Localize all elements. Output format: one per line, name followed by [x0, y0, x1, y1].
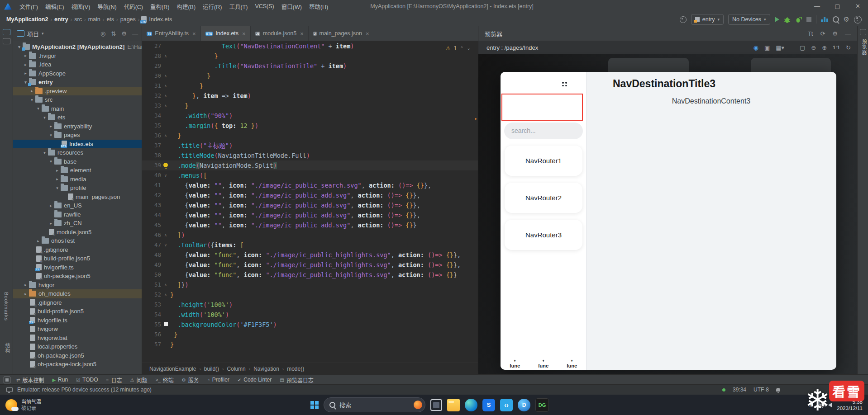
commit-tool-icon[interactable]	[3, 38, 10, 44]
start-button[interactable]	[310, 401, 319, 409]
tree-item[interactable]: hvigorw	[13, 325, 142, 334]
line-number[interactable]: 28	[142, 51, 161, 61]
tree-item[interactable]: ▸AppScope	[13, 69, 142, 78]
chevron-collapsed-icon[interactable]: ▸	[22, 62, 29, 67]
bulb-icon[interactable]	[163, 163, 168, 167]
debug-button[interactable]	[784, 16, 791, 23]
toolwindow-终端[interactable]: >_终端	[151, 375, 177, 385]
chevron-collapsed-icon[interactable]: ▸	[22, 292, 29, 296]
chevron-collapsed-icon[interactable]: ▸	[29, 89, 35, 93]
project-tool-icon[interactable]	[3, 29, 10, 35]
datagrip-app-icon[interactable]: DG	[535, 398, 549, 412]
breadcrumb-item[interactable]: MyApplication2	[5, 16, 49, 23]
tree-item[interactable]: ▸oh_modules	[13, 289, 142, 298]
panel-settings-icon[interactable]: ⚙	[121, 30, 127, 37]
tree-item[interactable]: ▸ohosTest	[13, 236, 142, 245]
chevron-collapsed-icon[interactable]: ▸	[22, 71, 29, 75]
menu-item[interactable]: 构建(B)	[173, 0, 199, 13]
inspector-icon[interactable]: ◉	[754, 44, 758, 51]
zoom-out-icon[interactable]: ⊖	[811, 44, 816, 51]
menu-item[interactable]: 文件(F)	[16, 0, 42, 13]
chevron-down-icon[interactable]: ▾	[42, 31, 44, 36]
breadcrumb-item[interactable]: ets	[105, 16, 115, 23]
menu-item[interactable]: 窗口(W)	[278, 0, 305, 13]
menu-item[interactable]: 代码(C)	[120, 0, 147, 13]
menu-item[interactable]: 工具(T)	[225, 0, 251, 13]
breadcrumb-item[interactable]: entry	[53, 16, 69, 23]
editor-breadcrumb-item[interactable]: Navigation	[253, 366, 279, 372]
line-number[interactable]: 40	[142, 170, 161, 180]
line-number[interactable]: 55	[142, 320, 161, 330]
line-number[interactable]: 31	[142, 81, 161, 91]
chevron-collapsed-icon[interactable]: ▸	[35, 239, 42, 243]
line-number[interactable]: 46	[142, 230, 161, 240]
tree-item[interactable]: ▸.idea	[13, 60, 142, 69]
close-icon[interactable]: ×	[192, 30, 196, 37]
tool-window-switcher-icon[interactable]	[4, 377, 10, 383]
scrollbar-warning-marker[interactable]	[475, 118, 477, 120]
toolwindow-服务[interactable]: ⚙服务	[178, 375, 203, 385]
tree-item[interactable]: ▾profile	[13, 184, 142, 193]
editor-breadcrumb-item[interactable]: mode()	[287, 366, 304, 372]
minimize-button[interactable]: —	[807, 0, 827, 13]
line-number[interactable]: 34	[142, 111, 161, 121]
fold-marker[interactable]: ∧	[161, 280, 170, 290]
inspections-widget[interactable]: ⚠ 1 ⌃ ⌄	[446, 43, 471, 53]
line-number[interactable]: 53	[142, 300, 161, 310]
close-icon[interactable]: ×	[242, 30, 246, 37]
breadcrumb-item[interactable]: src	[73, 16, 83, 23]
breadcrumb-item[interactable]: main	[87, 16, 101, 23]
tree-item[interactable]: oh-package.json5	[13, 351, 142, 360]
explorer-app-icon[interactable]	[447, 399, 460, 411]
breadcrumb-item[interactable]: pages	[119, 16, 137, 23]
toolbar-func-item[interactable]: ✦func	[510, 359, 520, 368]
locate-file-icon[interactable]: ◎	[100, 30, 105, 37]
refresh-icon[interactable]: ⟳	[820, 30, 825, 37]
previewer-settings-icon[interactable]: ⚙	[832, 30, 838, 37]
tab-module.json5[interactable]: J5module.json5×	[251, 26, 309, 41]
line-number[interactable]: 42	[142, 190, 161, 200]
tree-item[interactable]: ▸zh_CN	[13, 219, 142, 228]
structure-tab[interactable]: 结构	[4, 343, 11, 354]
tree-item[interactable]: oh-package.json5	[13, 272, 142, 281]
chevron-expanded-icon[interactable]: ▾	[41, 115, 48, 120]
chevron-expanded-icon[interactable]: ▾	[29, 98, 35, 102]
line-number[interactable]: 52	[142, 290, 161, 300]
tree-item[interactable]: hvigorfile.ts	[13, 263, 142, 272]
project-panel-title[interactable]: 项目	[27, 29, 39, 38]
line-number[interactable]: 47	[142, 240, 161, 250]
tree-item[interactable]: ▾resources	[13, 148, 142, 157]
close-button[interactable]: ✕	[848, 0, 868, 13]
tree-item[interactable]: ▸en_US	[13, 201, 142, 210]
chevron-expanded-icon[interactable]: ▾	[48, 159, 54, 164]
line-number[interactable]: 32	[142, 91, 161, 101]
tree-item[interactable]: ▾MyApplication2 [MyApplication2]E:\Harm	[13, 42, 142, 52]
line-number[interactable]: 30	[142, 71, 161, 81]
search-input[interactable]: search...	[504, 123, 583, 139]
tree-item[interactable]: ▾base	[13, 157, 142, 166]
settings-gear-icon[interactable]: ⚙	[844, 15, 849, 24]
module-selector[interactable]: entry ▾	[691, 14, 724, 25]
tree-item[interactable]: ▸hvigor	[13, 281, 142, 290]
tree-item[interactable]: ▾entry	[13, 78, 142, 87]
close-icon[interactable]: ×	[300, 30, 304, 37]
tree-item[interactable]: ▸media	[13, 175, 142, 184]
fold-marker[interactable]: ∧	[161, 91, 170, 101]
line-number[interactable]: 35	[142, 121, 161, 131]
toolwindow-TODO[interactable]: ☑TODO	[72, 375, 102, 385]
toolbar-func-item[interactable]: ✦func	[538, 359, 548, 368]
rotate-device-icon[interactable]: ↻	[846, 44, 851, 51]
line-number[interactable]: 48	[142, 250, 161, 260]
toolbar-func-item[interactable]: ✦func	[567, 359, 577, 368]
task-view-icon[interactable]	[430, 399, 442, 411]
tree-item[interactable]: ▾pages	[13, 131, 142, 140]
line-number[interactable]: 57	[142, 340, 161, 349]
tree-item[interactable]: main_pages.json	[13, 193, 142, 202]
tree-item[interactable]: ▾ets	[13, 113, 142, 122]
tree-item[interactable]: build-profile.json5	[13, 254, 142, 263]
deveco-app-icon[interactable]: D	[518, 399, 530, 411]
code-editor[interactable]: ⚠ 1 ⌃ ⌄ 27 Text("NavDestinationContent" …	[142, 41, 478, 363]
store-app-icon[interactable]: S	[482, 399, 495, 411]
tree-item[interactable]: ▸element	[13, 166, 142, 175]
chevron-collapsed-icon[interactable]: ▸	[22, 53, 29, 58]
